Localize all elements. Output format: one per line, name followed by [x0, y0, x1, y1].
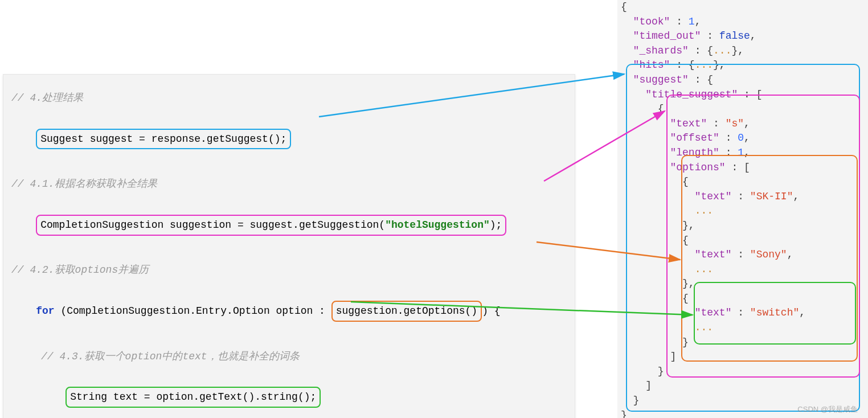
json-dots: ...: [695, 322, 713, 333]
json-str: "Sony": [750, 249, 787, 260]
watermark: CSDN @我是咸鱼: [797, 404, 858, 415]
code-get-suggestion: CompletionSuggestion suggestion = sugges…: [36, 215, 506, 236]
json-key: "length": [670, 147, 719, 158]
code-part: );: [490, 219, 502, 231]
json-dots: ...: [695, 59, 713, 71]
json-key: "text": [670, 118, 707, 129]
json-key: "title_suggest": [645, 89, 738, 100]
json-dots: ...: [695, 264, 713, 275]
json-bool: false: [719, 30, 750, 42]
json-key: "hits": [633, 59, 670, 71]
json-num: 0: [738, 132, 744, 144]
json-key: "text": [695, 249, 732, 260]
code-panel: // 4.处理结果 Suggest suggest = response.get…: [3, 74, 575, 418]
brace: {: [621, 1, 627, 13]
code-part: CompletionSuggestion suggestion = sugges…: [40, 219, 385, 231]
keyword-for: for: [36, 305, 54, 317]
string-literal: "hotelSuggestion": [385, 219, 490, 231]
code-get-suggest: Suggest suggest = response.getSuggest();: [36, 129, 291, 150]
json-key: "options": [670, 162, 725, 173]
json-key: "suggest": [633, 74, 689, 85]
json-dots: ...: [695, 205, 713, 216]
json-str: "s": [726, 118, 744, 129]
comment-4-1: // 4.1.根据名称获取补全结果: [11, 176, 567, 192]
json-key: "text": [695, 307, 732, 318]
json-str: "SK-II": [750, 191, 793, 202]
code-part: ) {: [482, 305, 500, 317]
json-str: "switch": [750, 307, 799, 318]
json-key: "took": [633, 16, 670, 27]
code-get-text: String text = option.getText().string();: [65, 387, 321, 408]
json-key: "offset": [670, 132, 719, 144]
code-part: (CompletionSuggestion.Entry.Option optio…: [55, 305, 331, 317]
json-dots: ...: [713, 45, 731, 56]
json-num: 1: [689, 16, 695, 27]
json-key: "text": [695, 191, 732, 202]
json-key: "_shards": [633, 45, 689, 56]
json-key: "timed_out": [633, 30, 701, 42]
comment-4: // 4.处理结果: [11, 90, 567, 106]
json-num: 1: [738, 147, 744, 158]
json-panel: { "took" : 1, "timed_out" : false, "_sha…: [617, 0, 868, 418]
comment-4-2: // 4.2.获取options并遍历: [11, 262, 567, 278]
code-get-options: suggestion.getOptions(): [331, 301, 482, 322]
comment-4-3: // 4.3.获取一个option中的text，也就是补全的词条: [11, 349, 567, 365]
